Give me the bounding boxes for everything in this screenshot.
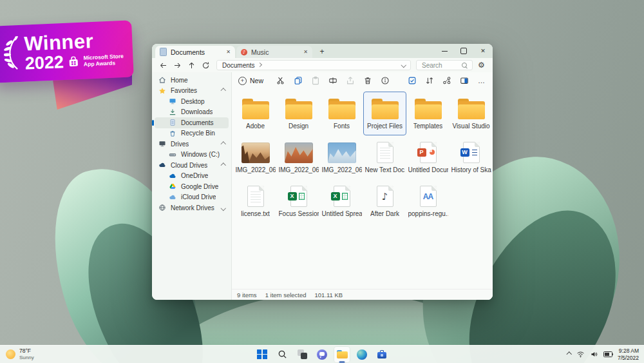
folder-icon <box>372 99 399 119</box>
google-drive-icon <box>169 182 176 190</box>
folder-fonts[interactable]: Fonts <box>320 92 363 135</box>
tab-documents[interactable]: Documents ✕ <box>155 46 235 58</box>
sidebar-item-recycle-bin[interactable]: Recycle Bin <box>155 128 229 139</box>
sidebar-section-cloud-drives[interactable]: Cloud Drives <box>155 160 229 171</box>
monitor-icon <box>158 140 166 148</box>
minimize-button[interactable] <box>435 44 454 58</box>
preview-pane-icon[interactable] <box>460 76 469 85</box>
sidebar-item-windows-c[interactable]: Windows (C:) <box>155 150 229 161</box>
group-icon[interactable] <box>442 76 451 85</box>
sidebar-item-google-drive[interactable]: Google Drive <box>155 181 229 192</box>
forward-button[interactable] <box>172 60 183 71</box>
sort-icon[interactable] <box>425 76 434 85</box>
more-options-icon[interactable]: … <box>477 76 486 85</box>
sidebar-section-favorites[interactable]: Favorites <box>155 86 229 97</box>
clock-time: 9:28 AM <box>618 348 639 354</box>
breadcrumb[interactable]: Documents <box>216 60 411 70</box>
file-img-desert[interactable]: IMG_2022_06... <box>234 135 277 179</box>
chevron-up-icon[interactable] <box>220 88 225 93</box>
file-new-text-doc[interactable]: New Text Doc... <box>363 135 406 179</box>
folder-project-files-selected[interactable]: Project Files <box>363 92 406 135</box>
new-button[interactable]: + New <box>238 77 263 85</box>
refresh-button[interactable] <box>200 60 211 71</box>
chevron-up-icon[interactable] <box>220 162 225 168</box>
task-view-button[interactable] <box>294 347 310 362</box>
downloads-icon <box>169 108 176 116</box>
cloud-icon <box>158 161 166 169</box>
rename-icon[interactable] <box>328 76 337 85</box>
store-button[interactable] <box>374 347 390 362</box>
chevron-down-icon[interactable] <box>401 63 406 68</box>
search-input[interactable]: Search <box>416 60 473 70</box>
info-icon[interactable] <box>381 76 390 85</box>
sidebar-section-network-drives[interactable]: Network Drives <box>155 202 229 213</box>
file-untitled-spreadsheet[interactable]: X Untitled Spreads... <box>320 179 363 223</box>
start-button[interactable] <box>254 347 270 362</box>
file-untitled-presentation[interactable]: P Untitled Docum... <box>406 135 450 179</box>
audio-file-icon: ♪ <box>377 186 393 207</box>
search-placeholder: Search <box>422 62 442 69</box>
multi-select-icon[interactable] <box>408 76 417 85</box>
taskbar-search-button[interactable] <box>274 347 290 362</box>
folder-visual-studio[interactable]: Visual Studio <box>450 92 493 135</box>
delete-icon[interactable] <box>363 76 372 85</box>
paste-icon[interactable] <box>311 76 320 85</box>
file-poppins-regular[interactable]: AA poppins-regu... <box>406 179 450 223</box>
close-tab-icon[interactable]: ✕ <box>226 49 231 55</box>
image-thumbnail <box>242 142 270 163</box>
volume-icon[interactable] <box>590 350 598 358</box>
sidebar-item-desktop[interactable]: Desktop <box>155 96 229 107</box>
content-area: + New <box>232 72 493 300</box>
copy-icon[interactable] <box>294 76 303 85</box>
edge-button[interactable] <box>354 347 370 362</box>
sun-icon <box>6 349 15 359</box>
sidebar-item-icloud-drive[interactable]: iCloud Drive <box>155 192 229 203</box>
plus-icon: + <box>238 77 247 85</box>
tab-music[interactable]: ♪ Music ✕ <box>236 46 312 58</box>
wifi-icon[interactable] <box>576 350 585 358</box>
cut-icon[interactable] <box>276 76 285 85</box>
battery-icon[interactable] <box>603 351 612 357</box>
breadcrumb-separator-icon <box>258 63 262 67</box>
maximize-button[interactable] <box>454 44 473 58</box>
file-img-sunset[interactable]: IMG_2022_06... <box>277 135 320 179</box>
close-tab-icon[interactable]: ✕ <box>303 49 308 55</box>
breadcrumb-location[interactable]: Documents <box>222 62 255 69</box>
weather-widget[interactable]: 78°F Sunny <box>6 348 34 360</box>
folder-icon <box>415 99 442 119</box>
up-button[interactable] <box>186 60 197 71</box>
share-icon[interactable] <box>346 76 355 85</box>
hidden-icons-chevron[interactable] <box>567 352 572 357</box>
search-icon <box>462 63 467 68</box>
settings-gear-icon[interactable]: ⚙ <box>476 60 487 71</box>
folder-design[interactable]: Design <box>277 92 320 135</box>
file-focus-sessions[interactable]: X Focus Sessions <box>277 179 320 223</box>
recycle-bin-icon <box>169 130 176 137</box>
file-history-of-skate[interactable]: W History of Skate... <box>450 135 493 179</box>
sidebar-item-downloads[interactable]: Downloads <box>155 107 229 118</box>
image-thumbnail <box>285 142 313 163</box>
folder-icon <box>458 99 485 119</box>
folder-icon <box>285 99 312 119</box>
item-count: 9 items <box>237 291 257 299</box>
file-license-txt[interactable]: license.txt <box>234 179 277 223</box>
sidebar-item-home[interactable]: Home <box>155 75 229 86</box>
sidebar-item-documents[interactable]: Documents <box>155 117 229 128</box>
file-after-dark[interactable]: ♪ After Dark <box>363 179 406 223</box>
hard-drive-icon <box>169 151 176 159</box>
file-explorer-button[interactable] <box>334 347 350 362</box>
file-explorer-icon <box>337 350 348 358</box>
chevron-up-icon[interactable] <box>220 141 225 146</box>
chevron-down-icon[interactable] <box>220 205 225 210</box>
taskbar-clock[interactable]: 9:28 AM 7/5/2022 <box>618 348 639 360</box>
close-button[interactable]: ✕ <box>473 44 493 58</box>
new-tab-button[interactable]: + <box>316 46 328 57</box>
sidebar-section-drives[interactable]: Drives <box>155 139 229 150</box>
sidebar-item-onedrive[interactable]: OneDrive <box>155 171 229 182</box>
file-img-snow[interactable]: IMG_2022_06... <box>320 135 363 179</box>
folder-templates[interactable]: Templates <box>406 92 450 135</box>
chat-button[interactable] <box>314 347 330 362</box>
folder-adobe[interactable]: Adobe <box>234 92 277 135</box>
back-button[interactable] <box>158 60 169 71</box>
clock-date: 7/5/2022 <box>618 355 639 361</box>
